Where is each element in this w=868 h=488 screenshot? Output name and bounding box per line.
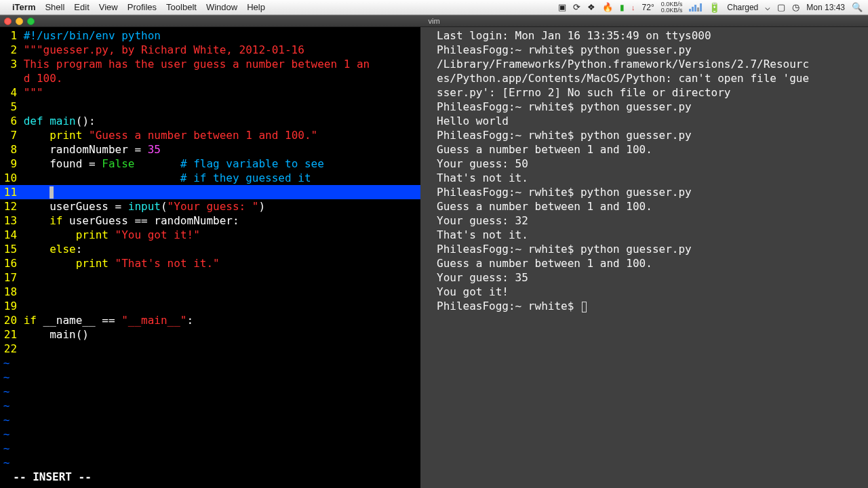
shell-line[interactable]: Hello world <box>437 114 865 128</box>
shell-line[interactable]: Your guess: 35 <box>437 270 865 285</box>
code-line[interactable]: 21 main() <box>0 327 420 342</box>
line-number: 5 <box>0 100 24 114</box>
code-line[interactable]: 18 <box>0 285 420 299</box>
menu-toolbelt[interactable]: Toolbelt <box>166 2 197 12</box>
traffic-lights <box>4 18 35 25</box>
line-number: 8 <box>0 142 24 157</box>
code-line[interactable]: 14 print "You got it!" <box>0 228 420 242</box>
shell-line[interactable]: That's not it. <box>437 228 865 242</box>
menu-help[interactable]: Help <box>247 2 265 12</box>
terminal-area: 1#!/usr/bin/env python2"""guesser.py, by… <box>0 27 868 488</box>
vim-tilde: ~ <box>0 357 9 369</box>
menu-window[interactable]: Window <box>206 2 237 12</box>
menu-shell[interactable]: Shell <box>45 2 64 12</box>
shell-line[interactable]: PhileasFogg:~ rwhite$ python guesser.py <box>437 242 865 256</box>
shell-line[interactable]: PhileasFogg:~ rwhite$ <box>437 299 865 313</box>
line-number: 4 <box>0 85 24 100</box>
line-number: 16 <box>0 256 24 270</box>
line-number: 9 <box>0 157 24 171</box>
wifi-icon[interactable]: ⌵ <box>765 2 770 12</box>
code-line[interactable]: 7 print "Guess a number between 1 and 10… <box>0 128 420 142</box>
battery-status[interactable]: Charged <box>727 3 758 12</box>
vim-tilde: ~ <box>0 413 9 426</box>
code-line[interactable]: 8 randomNumber = 35 <box>0 142 420 157</box>
battery-icon[interactable]: 🔋 <box>709 2 720 13</box>
shell-line[interactable]: Guess a number between 1 and 100. <box>437 199 865 214</box>
flame-icon[interactable]: 🔥 <box>602 2 613 12</box>
shell-line[interactable]: Last login: Mon Jan 16 13:35:49 on ttys0… <box>437 28 865 43</box>
code-line[interactable]: 12 userGuess = input("Your guess: ") <box>0 199 420 214</box>
shell-line[interactable]: That's not it. <box>437 171 865 185</box>
shell-line[interactable]: PhileasFogg:~ rwhite$ python guesser.py <box>437 100 865 114</box>
shell-line[interactable]: You got it! <box>437 285 865 299</box>
display-icon[interactable]: ▢ <box>777 2 785 12</box>
cpu-indicator[interactable]: ▮ <box>620 3 625 12</box>
code-line[interactable]: 4""" <box>0 85 420 100</box>
menu-view[interactable]: View <box>99 2 118 12</box>
line-number: 17 <box>0 270 24 285</box>
code-line[interactable]: d 100. <box>0 71 420 85</box>
shell-line[interactable]: Guess a number between 1 and 100. <box>437 256 865 270</box>
close-button[interactable] <box>4 18 12 25</box>
shell-line[interactable]: Your guess: 50 <box>437 157 865 171</box>
shell-line[interactable]: sser.py': [Errno 2] No such file or dire… <box>437 85 865 100</box>
window-title: vim <box>428 17 439 25</box>
screenshare-icon[interactable]: ▣ <box>558 2 566 12</box>
code-line[interactable]: 1#!/usr/bin/env python <box>0 28 420 43</box>
code-line[interactable]: 10 # if they guessed it <box>0 171 420 185</box>
code-line[interactable]: 17 <box>0 270 420 285</box>
vim-tilde: ~ <box>0 442 9 455</box>
spotlight-icon[interactable]: 🔍 <box>852 2 863 12</box>
code-line[interactable]: 11 <box>0 185 420 199</box>
line-number: 18 <box>0 285 24 299</box>
code-line[interactable]: 5 <box>0 100 420 114</box>
shell-line[interactable]: /Library/Frameworks/Python.framework/Ver… <box>437 57 865 71</box>
code-line[interactable]: 22 <box>0 342 420 356</box>
menu-profiles[interactable]: Profiles <box>127 2 157 12</box>
shell-line[interactable]: es/Python.app/Contents/MacOS/Python: can… <box>437 71 865 85</box>
line-number: 3 <box>0 57 24 71</box>
code-line[interactable]: 13 if userGuess == randomNumber: <box>0 214 420 228</box>
macos-menubar: iTerm Shell Edit View Profiles Toolbelt … <box>0 0 868 15</box>
temp-icon: ↓ <box>631 3 635 12</box>
code-line[interactable]: 3This program has the user guess a numbe… <box>0 57 420 71</box>
network-speed[interactable]: 0.0KB/s0.0KB/s <box>661 1 683 14</box>
code-line[interactable]: 20if __name__ == "__main__": <box>0 313 420 327</box>
window-titlebar: vim <box>0 15 868 27</box>
timemachine-icon[interactable]: ◷ <box>792 2 800 12</box>
zoom-button[interactable] <box>27 18 35 25</box>
vim-tilde: ~ <box>0 371 9 384</box>
sync-icon[interactable]: ⟳ <box>573 2 580 12</box>
code-line[interactable]: 19 <box>0 299 420 313</box>
pane-divider[interactable] <box>420 27 434 488</box>
code-line[interactable]: 15 else: <box>0 242 420 256</box>
code-line[interactable]: 2"""guesser.py, by Richard White, 2012-0… <box>0 43 420 57</box>
line-number: 19 <box>0 299 24 313</box>
shell-line[interactable]: PhileasFogg:~ rwhite$ python guesser.py <box>437 128 865 142</box>
line-number: 11 <box>0 185 24 199</box>
line-number: 22 <box>0 342 24 356</box>
shell-pane[interactable]: Last login: Mon Jan 16 13:35:49 on ttys0… <box>434 27 868 488</box>
line-number: 6 <box>0 114 24 128</box>
app-name[interactable]: iTerm <box>12 2 35 12</box>
minimize-button[interactable] <box>16 18 23 25</box>
dropbox-icon[interactable]: ❖ <box>587 2 595 12</box>
network-bars-icon[interactable] <box>689 3 702 12</box>
shell-line[interactable]: PhileasFogg:~ rwhite$ python guesser.py <box>437 185 865 199</box>
menu-edit[interactable]: Edit <box>74 2 89 12</box>
temperature[interactable]: 72° <box>642 3 654 12</box>
code-line[interactable]: 16 print "That's not it." <box>0 256 420 270</box>
line-number: 14 <box>0 228 24 242</box>
line-number: 21 <box>0 327 24 342</box>
shell-line[interactable]: PhileasFogg:~ rwhite$ python guesser.py <box>437 43 865 57</box>
vim-editor-pane[interactable]: 1#!/usr/bin/env python2"""guesser.py, by… <box>0 27 420 488</box>
code-line[interactable]: 6def main(): <box>0 114 420 128</box>
vim-cursor <box>50 186 54 199</box>
code-line[interactable]: 9 found = False # flag variable to see <box>0 157 420 171</box>
shell-line[interactable]: Guess a number between 1 and 100. <box>437 142 865 157</box>
shell-line[interactable]: Your guess: 32 <box>437 214 865 228</box>
line-number: 15 <box>0 242 24 256</box>
clock[interactable]: Mon 13:43 <box>806 3 845 12</box>
line-number: 7 <box>0 128 24 142</box>
vim-mode-status: -- INSERT -- <box>0 470 420 484</box>
